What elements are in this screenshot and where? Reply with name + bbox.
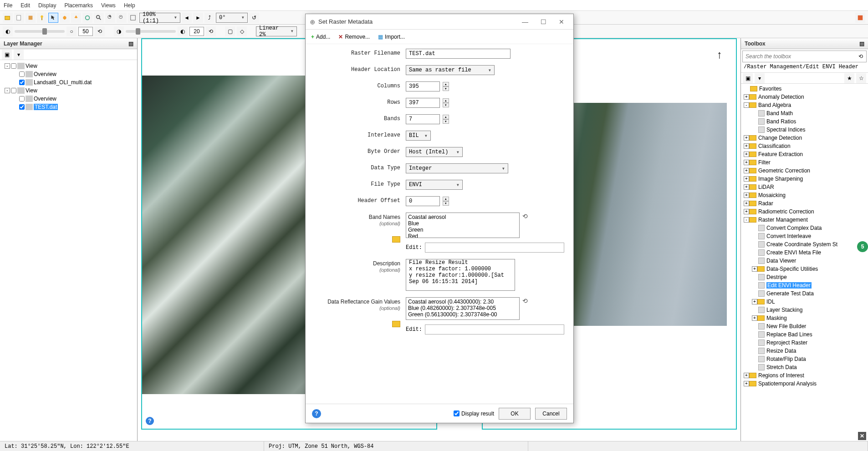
toolbox-item[interactable]: +Masking [742, 314, 867, 322]
import-button[interactable]: ▦Import... [378, 34, 405, 40]
stretch-select[interactable]: Linear 2% [256, 26, 297, 36]
toolbox-item[interactable]: New File Builder [742, 322, 867, 330]
toolbox-item[interactable]: Destripe [742, 273, 867, 281]
zoom-select[interactable]: 100% (1:1) [139, 13, 180, 23]
toolbox-tree[interactable]: Favorites+Anomaly Detection-Band Algebra… [741, 84, 868, 441]
tree-row[interactable]: -View [2, 62, 135, 70]
toolbox-item[interactable]: +Change Detection [742, 134, 867, 142]
tbx-down-icon[interactable]: ▾ [755, 73, 765, 83]
maximize-button[interactable]: ☐ [536, 16, 551, 27]
band-names-list[interactable]: Coastal aerosolBlueGreenRed [406, 213, 520, 238]
bands-input[interactable] [406, 114, 440, 124]
tree-row[interactable]: Landsat8_OLI_multi.dat [2, 78, 135, 86]
contrast-slider[interactable] [126, 30, 176, 33]
lm-collapse-icon[interactable]: ▣ [2, 50, 12, 60]
toolbox-item[interactable]: +Radar [742, 199, 867, 208]
toolbox-item[interactable]: Convert Complex Data [742, 224, 867, 232]
menu-display[interactable]: Display [38, 2, 56, 9]
contrast-value[interactable] [189, 27, 204, 36]
band-names-refresh-icon[interactable]: ⟲ [522, 213, 528, 238]
dialog-help-icon[interactable]: ? [312, 409, 321, 418]
reflectance-open-icon[interactable] [392, 321, 400, 327]
brightness-slider[interactable] [15, 30, 65, 33]
reflectance-refresh-icon[interactable]: ⟲ [522, 297, 528, 320]
toolbox-item[interactable]: +Filter [742, 158, 867, 167]
toolbox-item[interactable]: +Data-Specific Utilities [742, 265, 867, 273]
toolbox-item[interactable]: +Regions of Interest [742, 371, 867, 380]
cursor-value-icon[interactable] [37, 13, 47, 23]
toolbox-item[interactable]: Stretch Data [742, 363, 867, 371]
toolbox-item[interactable]: Spectral Indices [742, 126, 867, 134]
full-extent-icon[interactable]: ◇ [237, 26, 247, 36]
rotation-select[interactable]: 0° [216, 13, 248, 23]
lm-menu-icon[interactable]: ▤ [128, 41, 133, 47]
menu-help[interactable]: Help [124, 2, 135, 9]
toolbox-collapse-icon[interactable]: ▤ [859, 41, 864, 47]
zoom-out-icon[interactable]: - [117, 13, 127, 23]
file-type-select[interactable]: ENVI [406, 180, 463, 190]
data-manager-icon[interactable] [14, 13, 24, 23]
header-location-select[interactable]: Same as raster file [406, 65, 495, 75]
menu-edit[interactable]: Edit [20, 2, 30, 9]
description-textarea[interactable] [406, 259, 515, 291]
toolbox-item[interactable]: Band Math [742, 109, 867, 117]
zoom-in-icon[interactable]: + [105, 13, 115, 23]
fly-icon[interactable] [71, 13, 81, 23]
toolbox-item[interactable]: Data Viewer [742, 257, 867, 265]
toolbox-item[interactable]: +Mosaicking [742, 191, 867, 199]
toolbox-item[interactable]: +Anomaly Detection [742, 93, 867, 101]
toolbox-item[interactable]: +Geometric Correction [742, 167, 867, 175]
zoom-next-icon[interactable]: ► [193, 13, 203, 23]
toolbox-item[interactable]: Edit ENVI Header [742, 281, 867, 289]
raster-filename-input[interactable] [406, 49, 511, 59]
toolbox-item[interactable]: +Feature Extraction [742, 150, 867, 158]
lm-menu2-icon[interactable]: ▾ [14, 50, 24, 60]
tbx-fav-icon[interactable]: ★ [844, 73, 854, 83]
help-icon[interactable]: ? [146, 417, 154, 425]
brightness-reset-icon[interactable]: ⟲ [95, 26, 105, 36]
toolbox-item[interactable]: -Band Algebra [742, 101, 867, 109]
interleave-select[interactable]: BIL [406, 131, 431, 141]
toolbox-item[interactable]: Generate Test Data [742, 289, 867, 298]
columns-input[interactable] [406, 81, 440, 91]
toolbox-search-input[interactable] [743, 51, 855, 62]
layer-tree[interactable]: -ViewOverviewLandsat8_OLI_multi.dat-View… [0, 60, 137, 441]
reset-rotation-icon[interactable]: ↺ [249, 13, 259, 23]
toolbox-item[interactable]: Create Coordinate System St [742, 240, 867, 248]
add-button[interactable]: +Add... [311, 34, 330, 40]
remove-button[interactable]: ✕Remove... [338, 34, 370, 40]
bands-spinner[interactable]: ▴▾ [443, 115, 449, 124]
toolbox-item[interactable]: +Radiometric Correction [742, 208, 867, 216]
open-icon[interactable] [3, 13, 13, 23]
tree-row[interactable]: Overview [2, 70, 135, 78]
data-type-select[interactable]: Integer [406, 163, 508, 173]
select-icon[interactable] [48, 13, 58, 23]
zoom-extent-icon[interactable] [128, 13, 138, 23]
toolbox-item[interactable]: Rotate/Flip Data [742, 355, 867, 363]
extent-icon[interactable]: ▢ [225, 26, 235, 36]
toolbox-item[interactable]: Convert Interleave [742, 232, 867, 240]
menu-file[interactable]: File [4, 2, 12, 9]
menu-placemarks[interactable]: Placemarks [64, 2, 93, 9]
search-go-icon[interactable]: ⟲ [855, 51, 866, 62]
tbx-fav2-icon[interactable]: ☆ [856, 73, 866, 83]
toolbox-item[interactable]: Favorites [742, 85, 867, 93]
toolbox-item[interactable]: +LiDAR [742, 183, 867, 191]
band-names-edit-input[interactable] [425, 243, 564, 253]
brightness-value[interactable] [78, 27, 93, 36]
menu-views[interactable]: Views [101, 2, 116, 9]
toolbox-item[interactable]: Create ENVI Meta File [742, 248, 867, 257]
rotate-icon[interactable] [82, 13, 92, 23]
tree-row[interactable]: -View [2, 86, 135, 95]
toolbox-item[interactable]: -Raster Management [742, 216, 867, 224]
corner-close-icon[interactable]: ✕ [858, 432, 866, 440]
pan-icon[interactable] [60, 13, 70, 23]
toolbox-item[interactable]: +Image Sharpening [742, 175, 867, 183]
toolbox-item[interactable]: +Classification [742, 142, 867, 150]
chip-icon[interactable] [26, 13, 36, 23]
header-offset-spinner[interactable]: ▴▾ [443, 197, 449, 206]
toolbox-item[interactable]: Layer Stacking [742, 306, 867, 314]
cancel-button[interactable]: Cancel [535, 408, 567, 420]
columns-spinner[interactable]: ▴▾ [443, 82, 449, 91]
byte-order-select[interactable]: Host (Intel) [406, 147, 463, 157]
